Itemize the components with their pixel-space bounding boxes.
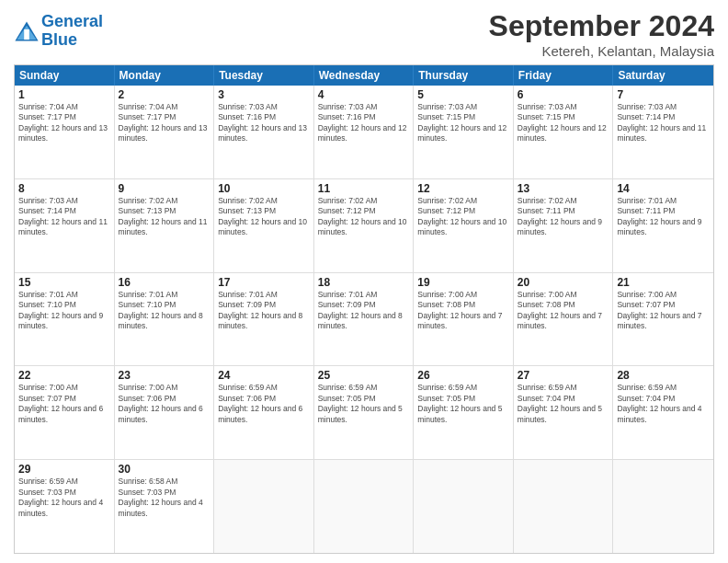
empty-cell-5	[613, 460, 713, 553]
calendar-body: 1 Sunrise: 7:04 AMSunset: 7:17 PMDayligh…	[15, 86, 713, 553]
day-16: 16 Sunrise: 7:01 AMSunset: 7:10 PMDaylig…	[115, 273, 215, 366]
header-wednesday: Wednesday	[314, 65, 415, 86]
week-row-3: 15 Sunrise: 7:01 AMSunset: 7:10 PMDaylig…	[15, 273, 713, 367]
day-28: 28 Sunrise: 6:59 AMSunset: 7:04 PMDaylig…	[613, 366, 713, 459]
day-2: 2 Sunrise: 7:04 AMSunset: 7:17 PMDayligh…	[115, 86, 215, 178]
week-row-5: 29 Sunrise: 6:59 AMSunset: 7:03 PMDaylig…	[15, 460, 713, 553]
day-1: 1 Sunrise: 7:04 AMSunset: 7:17 PMDayligh…	[15, 86, 115, 178]
svg-rect-2	[24, 29, 29, 40]
day-22: 22 Sunrise: 7:00 AMSunset: 7:07 PMDaylig…	[15, 366, 115, 459]
empty-cell-2	[314, 460, 415, 553]
day-26: 26 Sunrise: 6:59 AMSunset: 7:05 PMDaylig…	[414, 366, 514, 459]
logo-icon	[14, 20, 40, 42]
day-15: 15 Sunrise: 7:01 AMSunset: 7:10 PMDaylig…	[15, 273, 115, 366]
logo-line1: General	[41, 12, 103, 30]
location-title: Ketereh, Kelantan, Malaysia	[489, 43, 714, 59]
day-25: 25 Sunrise: 6:59 AMSunset: 7:05 PMDaylig…	[314, 366, 415, 459]
week-row-1: 1 Sunrise: 7:04 AMSunset: 7:17 PMDayligh…	[15, 86, 713, 179]
header-saturday: Saturday	[613, 65, 713, 86]
day-9: 9 Sunrise: 7:02 AMSunset: 7:13 PMDayligh…	[115, 179, 215, 272]
day-12: 12 Sunrise: 7:02 AMSunset: 7:12 PMDaylig…	[414, 179, 514, 272]
header: General Blue September 2024 Ketereh, Kel…	[14, 9, 714, 59]
day-30: 30 Sunrise: 6:58 AMSunset: 7:03 PMDaylig…	[115, 460, 215, 553]
month-title: September 2024	[489, 9, 714, 43]
day-6: 6 Sunrise: 7:03 AMSunset: 7:15 PMDayligh…	[514, 86, 614, 178]
day-5: 5 Sunrise: 7:03 AMSunset: 7:15 PMDayligh…	[414, 86, 514, 178]
day-10: 10 Sunrise: 7:02 AMSunset: 7:13 PMDaylig…	[214, 179, 314, 272]
day-14: 14 Sunrise: 7:01 AMSunset: 7:11 PMDaylig…	[613, 179, 713, 272]
title-block: September 2024 Ketereh, Kelantan, Malays…	[489, 9, 714, 59]
day-7: 7 Sunrise: 7:03 AMSunset: 7:14 PMDayligh…	[613, 86, 713, 178]
day-17: 17 Sunrise: 7:01 AMSunset: 7:09 PMDaylig…	[214, 273, 314, 366]
day-13: 13 Sunrise: 7:02 AMSunset: 7:11 PMDaylig…	[514, 179, 614, 272]
day-3: 3 Sunrise: 7:03 AMSunset: 7:16 PMDayligh…	[214, 86, 314, 178]
calendar: Sunday Monday Tuesday Wednesday Thursday…	[14, 64, 714, 554]
header-monday: Monday	[115, 65, 215, 86]
empty-cell-1	[214, 460, 314, 553]
week-row-2: 8 Sunrise: 7:03 AMSunset: 7:14 PMDayligh…	[15, 179, 713, 273]
day-11: 11 Sunrise: 7:02 AMSunset: 7:12 PMDaylig…	[314, 179, 415, 272]
logo-line2: Blue	[41, 30, 77, 49]
day-27: 27 Sunrise: 6:59 AMSunset: 7:04 PMDaylig…	[514, 366, 614, 459]
empty-cell-3	[414, 460, 514, 553]
logo: General Blue	[14, 13, 103, 50]
day-29: 29 Sunrise: 6:59 AMSunset: 7:03 PMDaylig…	[15, 460, 115, 553]
day-23: 23 Sunrise: 7:00 AMSunset: 7:06 PMDaylig…	[115, 366, 215, 459]
header-thursday: Thursday	[414, 65, 514, 86]
empty-cell-4	[514, 460, 614, 553]
day-21: 21 Sunrise: 7:00 AMSunset: 7:07 PMDaylig…	[613, 273, 713, 366]
day-24: 24 Sunrise: 6:59 AMSunset: 7:06 PMDaylig…	[214, 366, 314, 459]
page: General Blue September 2024 Ketereh, Kel…	[0, 0, 728, 563]
day-19: 19 Sunrise: 7:00 AMSunset: 7:08 PMDaylig…	[414, 273, 514, 366]
week-row-4: 22 Sunrise: 7:00 AMSunset: 7:07 PMDaylig…	[15, 366, 713, 460]
day-8: 8 Sunrise: 7:03 AMSunset: 7:14 PMDayligh…	[15, 179, 115, 272]
day-20: 20 Sunrise: 7:00 AMSunset: 7:08 PMDaylig…	[514, 273, 614, 366]
day-18: 18 Sunrise: 7:01 AMSunset: 7:09 PMDaylig…	[314, 273, 415, 366]
calendar-header: Sunday Monday Tuesday Wednesday Thursday…	[15, 65, 713, 86]
header-sunday: Sunday	[15, 65, 115, 86]
header-friday: Friday	[514, 65, 614, 86]
header-tuesday: Tuesday	[214, 65, 314, 86]
day-4: 4 Sunrise: 7:03 AMSunset: 7:16 PMDayligh…	[314, 86, 415, 178]
